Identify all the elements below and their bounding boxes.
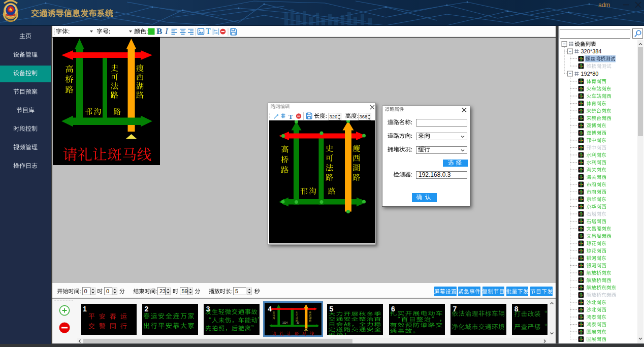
svg-text:30: 30 <box>297 322 300 324</box>
svg-text:B: B <box>156 26 162 36</box>
svg-text:I: I <box>165 26 169 36</box>
svg-text:T: T <box>288 113 293 120</box>
svg-text:1024: 1024 <box>282 322 288 324</box>
svg-text:T: T <box>206 27 211 36</box>
